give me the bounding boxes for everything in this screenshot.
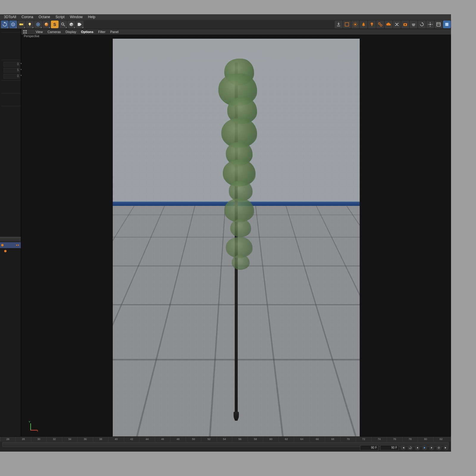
content-button[interactable] [68, 21, 75, 28]
haze-button[interactable] [410, 21, 417, 28]
cloud-button[interactable] [385, 21, 392, 28]
live-select-button[interactable] [9, 21, 17, 28]
object-manager [0, 234, 21, 254]
shuffle-button[interactable] [393, 21, 401, 28]
timeline-ruler[interactable]: 2628303234363840424446485052545658606264… [0, 437, 451, 441]
render-area [113, 39, 360, 436]
frame-end-field[interactable]: 90 F [380, 445, 399, 450]
menu-script[interactable]: Script [53, 14, 67, 20]
svg-rect-4 [29, 25, 30, 26]
axis-gizmo: Y x [28, 421, 40, 433]
timeline-tick: 26 [0, 437, 15, 441]
svg-rect-30 [428, 24, 429, 25]
undo-button[interactable] [1, 21, 9, 28]
svg-rect-28 [430, 22, 430, 23]
material-button[interactable] [43, 21, 50, 28]
timeline-tick: 80 [418, 437, 433, 441]
menu-octane[interactable]: Octane [36, 14, 53, 20]
timeline-tick: 58 [248, 437, 263, 441]
object-tags [16, 245, 19, 246]
timeline-tick: 82 [433, 437, 449, 441]
timeline-tick: 42 [124, 437, 139, 441]
svg-line-19 [354, 26, 354, 26]
layout-grid-icon[interactable] [23, 30, 32, 34]
object-row[interactable] [0, 242, 21, 248]
viewport-panel: View Cameras Display Options Filter Pane… [21, 29, 451, 436]
solo-button[interactable]: S [51, 21, 59, 28]
blue-panel-button[interactable] [443, 21, 451, 28]
viewport-label: Perspective [21, 35, 451, 39]
svg-point-1 [13, 24, 14, 25]
svg-point-8 [62, 23, 64, 25]
render-region-button[interactable] [343, 21, 351, 28]
menu-3dtoall[interactable]: 3DToAll [1, 14, 19, 20]
menu-help[interactable]: Help [85, 14, 98, 20]
svg-point-7 [45, 23, 48, 26]
rec-button[interactable] [436, 445, 441, 450]
camera-button[interactable] [18, 21, 25, 28]
svg-point-6 [37, 24, 39, 25]
object-icon [4, 250, 7, 252]
object-manager-header[interactable] [0, 237, 21, 242]
render-view-button[interactable] [34, 21, 42, 28]
next-frame-button[interactable] [429, 445, 434, 450]
svg-point-26 [405, 24, 406, 26]
viewport-menubar: View Cameras Display Options Filter Pane… [21, 29, 451, 35]
tree-button[interactable] [360, 21, 367, 28]
svg-rect-32 [437, 23, 440, 26]
vp-menu-display[interactable]: Display [63, 30, 79, 34]
goto-end-button[interactable] [443, 445, 449, 450]
svg-rect-31 [432, 24, 433, 25]
object-icon [1, 244, 4, 246]
svg-point-3 [29, 23, 31, 25]
timeline-tick: 52 [201, 437, 217, 441]
menu-window[interactable]: Window [67, 14, 85, 20]
main-menubar: 3DToAll Corona Octane Script Window Help [0, 14, 451, 20]
app-window: 3DToAll Corona Octane Script Window Help… [0, 14, 451, 451]
search-button[interactable] [59, 21, 67, 28]
timeline-tick: 34 [62, 437, 77, 441]
play-button[interactable] [422, 445, 427, 450]
coord-field-y[interactable]: 5 [4, 68, 20, 73]
viewport-3d[interactable]: Y x [21, 39, 451, 436]
timeline-tick: 66 [309, 437, 325, 441]
svg-line-18 [356, 23, 357, 24]
snapshot-button[interactable] [401, 21, 409, 28]
loop-button[interactable] [408, 445, 413, 450]
timeline: 2628303234363840424446485052545658606264… [0, 436, 451, 452]
bulb-button[interactable] [368, 21, 376, 28]
svg-rect-29 [430, 26, 430, 27]
timeline-tick: 48 [170, 437, 186, 441]
timeline-tick: 70 [340, 437, 356, 441]
download-button[interactable] [335, 21, 342, 28]
vp-menu-filter[interactable]: Filter [96, 30, 108, 34]
vp-menu-cameras[interactable]: Cameras [45, 30, 63, 34]
timeline-tick: 64 [294, 437, 309, 441]
svg-rect-34 [445, 23, 449, 26]
light-button[interactable] [26, 21, 34, 28]
svg-rect-20 [363, 26, 364, 26]
timeline-tick: 56 [232, 437, 248, 441]
svg-point-23 [378, 23, 380, 24]
vp-menu-panel[interactable]: Panel [108, 30, 121, 34]
vp-menu-view[interactable]: View [33, 30, 45, 34]
object-row[interactable] [0, 248, 21, 254]
goto-start-button[interactable] [400, 445, 406, 450]
svg-rect-10 [345, 23, 349, 26]
timeline-tick: 32 [46, 437, 62, 441]
sun-button[interactable] [351, 21, 359, 28]
timeline-tick: 36 [77, 437, 93, 441]
coord-field-z[interactable]: 0 [4, 74, 20, 79]
coord-field-x[interactable]: 0 [4, 62, 20, 67]
vp-menu-options[interactable]: Options [79, 30, 96, 34]
svg-point-35 [438, 447, 440, 449]
prev-frame-button[interactable] [415, 445, 420, 450]
menu-corona[interactable]: Corona [19, 14, 36, 20]
gear-button[interactable] [426, 21, 434, 28]
frame-current-field[interactable]: 90 F [360, 445, 378, 450]
reload-button[interactable] [418, 21, 426, 28]
tag-button[interactable] [76, 21, 84, 28]
panel-button[interactable] [435, 21, 442, 28]
main-row: 0 5 0 View C [0, 29, 451, 436]
link-button[interactable] [376, 21, 384, 28]
